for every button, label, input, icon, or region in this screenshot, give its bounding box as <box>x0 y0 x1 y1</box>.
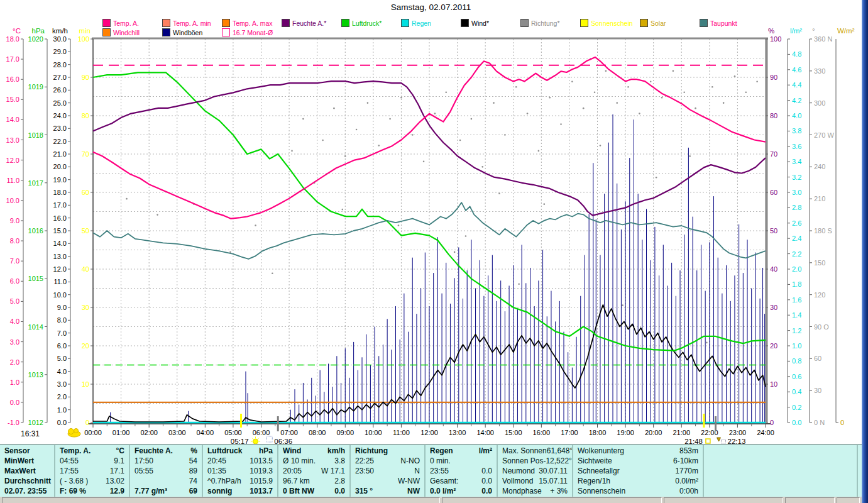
svg-text:60: 60 <box>770 189 777 196</box>
svg-text:3.0: 3.0 <box>57 380 67 388</box>
day-length-value: 16:31 <box>21 429 40 438</box>
svg-text:13.0: 13.0 <box>6 136 19 144</box>
footer-value: l/m² <box>479 446 492 456</box>
legend-item-wind: Wind* <box>461 19 489 27</box>
axis-w-m: 0W/m² <box>836 27 855 426</box>
legend-label: Solar <box>651 19 666 27</box>
footer-value: 0.0l/m² <box>675 476 698 486</box>
svg-text:3.4: 3.4 <box>792 158 801 165</box>
legend-label: Luftdruck* <box>352 19 382 27</box>
footer-value: 30.07.11 <box>539 466 568 476</box>
svg-text:02:00: 02:00 <box>140 429 158 436</box>
svg-text:15.0: 15.0 <box>53 227 67 235</box>
svg-text:08:00: 08:00 <box>309 429 326 436</box>
legend-swatch-taupunkt <box>700 19 708 27</box>
footer-value: 853m <box>679 446 698 456</box>
footer-cell: Richtung <box>355 446 388 456</box>
svg-text:3.8: 3.8 <box>792 127 801 135</box>
svg-text:80: 80 <box>82 112 89 119</box>
footer-value: W 17.1 <box>321 466 345 476</box>
svg-text:12:00: 12:00 <box>420 429 438 436</box>
legend-swatch-luftdruck <box>341 19 349 27</box>
svg-text:min: min <box>79 27 91 35</box>
footer-value: % <box>190 446 197 456</box>
weather-chart: -1.00.01.02.03.04.05.06.07.08.09.010.011… <box>0 0 868 444</box>
moonrise-time: 06:36 <box>274 438 292 444</box>
status-bar <box>0 497 862 503</box>
svg-text:90 O: 90 O <box>814 323 829 331</box>
legend-label: Regen <box>412 19 431 27</box>
day-length: 16:31 <box>21 429 80 439</box>
axis-c: -1.00.01.02.03.04.05.06.07.08.09.010.011… <box>6 27 23 426</box>
footer-value: 1019.3 <box>250 466 273 476</box>
footer-cell: sonnig <box>207 486 232 496</box>
svg-text:°C: °C <box>13 27 21 35</box>
footer-cell: 96.7 km <box>283 476 310 486</box>
svg-text:100: 100 <box>78 35 89 43</box>
svg-text:20:00: 20:00 <box>645 429 662 436</box>
svg-text:50: 50 <box>770 227 777 235</box>
footer-cell: 0.0 l/m² <box>430 486 456 496</box>
svg-text:11.0: 11.0 <box>53 278 67 285</box>
footer-value: NW <box>407 486 420 496</box>
footer-value: 69 <box>189 486 197 496</box>
svg-text:1.8: 1.8 <box>792 280 801 288</box>
page-title: Samstag, 02.07.2011 <box>0 3 862 12</box>
footer-row-label: MinWert <box>4 456 34 466</box>
sunrise-icon <box>251 437 260 445</box>
axis-: 0102030405060708090100% <box>766 27 781 426</box>
footer-value: 13.02 <box>106 476 124 486</box>
svg-text:21.0: 21.0 <box>53 150 67 158</box>
legend-item-windb-en: Windböen <box>162 28 202 36</box>
svg-text:10.0: 10.0 <box>53 291 67 299</box>
svg-text:09:00: 09:00 <box>336 429 354 436</box>
svg-text:4.0: 4.0 <box>792 112 801 119</box>
footer-value: 61,648° <box>547 446 572 456</box>
moonset-time: 22:13 <box>728 438 746 444</box>
svg-text:270 W: 270 W <box>814 131 834 139</box>
legend-label: 16.7 Monat-Ø <box>233 29 273 36</box>
svg-text:19.0: 19.0 <box>53 176 67 184</box>
svg-text:3.0: 3.0 <box>792 189 801 196</box>
legend-swatch-temp-a-min <box>162 19 170 27</box>
legend-swatch-16-7-monat <box>222 28 230 36</box>
footer-cell: Schneefallgr <box>578 466 620 476</box>
footer-value: 6-10km <box>673 456 698 466</box>
footer-cell: Temp. A. <box>60 446 91 456</box>
legend-swatch-richtung <box>520 19 529 27</box>
svg-text:24.0: 24.0 <box>53 112 67 119</box>
svg-text:3.6: 3.6 <box>792 143 801 150</box>
svg-text:30: 30 <box>82 304 89 311</box>
svg-text:28.0: 28.0 <box>53 61 67 69</box>
footer-value: 17.1 <box>110 466 124 476</box>
svg-text:30: 30 <box>770 304 777 311</box>
svg-text:4.4: 4.4 <box>792 81 801 89</box>
footer-section-2: LuftdruckhPa20:451013.501:351019.3^0.7hP… <box>203 445 278 498</box>
legend-label: Sonnenschein <box>591 19 633 27</box>
series-temp-a <box>93 57 766 219</box>
legend-item-richtung: Richtung* <box>520 19 560 27</box>
svg-text:20: 20 <box>770 342 777 350</box>
legend-swatch-windchill <box>102 28 111 36</box>
legend-swatch-windb-en <box>162 28 170 36</box>
footer-cell: 0 min. <box>430 456 451 466</box>
legend-swatch-temp-a <box>102 19 111 27</box>
svg-text:7.0: 7.0 <box>57 329 67 337</box>
series-windboeen <box>111 114 765 423</box>
svg-text:4.8: 4.8 <box>792 50 801 58</box>
svg-text:1012: 1012 <box>28 419 43 426</box>
axis-: 0 N306090 O120150180 S210240270 W3003303… <box>810 27 834 426</box>
footer-value: 54 <box>189 456 197 466</box>
footer-value: 1013.7 <box>250 486 273 496</box>
svg-text:21:00: 21:00 <box>673 429 690 436</box>
axis-hpa: 101210131014101510161017101810191020hPa <box>28 27 47 426</box>
svg-text:1014: 1014 <box>28 323 43 331</box>
svg-text:19:00: 19:00 <box>617 429 634 436</box>
footer-value: -12,522° <box>543 456 572 466</box>
footer-value: 0.0 <box>481 476 492 486</box>
footer-section-0: Temp. A.°C04:559.117:5517.1( - 3.68 )13.… <box>55 445 130 498</box>
svg-text:0.8: 0.8 <box>792 357 801 365</box>
legend-item-16-7-monat: 16.7 Monat-Ø <box>222 28 273 36</box>
legend-swatch-sonnenschein <box>580 19 588 27</box>
svg-text:70: 70 <box>770 150 777 158</box>
